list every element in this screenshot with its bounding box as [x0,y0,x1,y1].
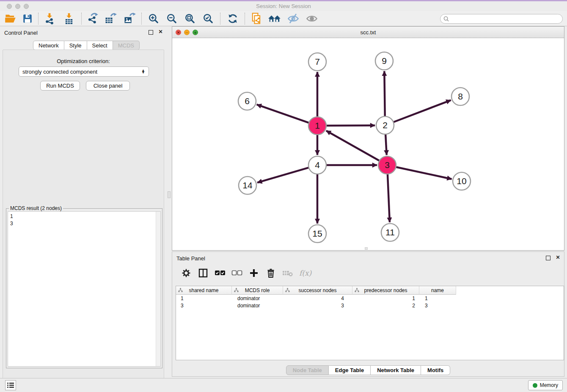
delete-table-icon [282,269,293,277]
graph-edge-3-11[interactable] [388,174,390,222]
toolbar-separator [220,13,220,25]
cell-successor-nodes[interactable]: 4 [283,295,352,302]
tab-network-table[interactable]: Network Table [371,365,421,375]
delete-table-button[interactable] [282,268,293,279]
run-mcds-button[interactable]: Run MCDS [40,81,80,91]
node-table[interactable]: shared name MCDS role successor nodes pr… [176,286,564,360]
cell-name[interactable]: 1 [419,295,456,302]
show-all-button[interactable] [305,12,319,25]
result-scrollbar[interactable] [156,212,160,366]
clone-network-icon [250,12,262,25]
open-folder-icon [5,13,17,24]
canvas-resize-grip[interactable] [365,247,368,250]
plus-icon [249,268,259,278]
tab-mcds[interactable]: MCDS [113,41,140,50]
attribute-icon [234,288,239,293]
graph-node-label-9: 9 [382,56,387,66]
main-toolbar [0,11,567,26]
cell-mcds-role[interactable]: dominator [232,302,283,309]
zoom-selected-button[interactable] [201,12,215,25]
graph-edge-2-9[interactable] [384,71,385,116]
tab-node-table[interactable]: Node Table [286,365,329,375]
table-settings-button[interactable] [181,268,192,279]
table-toolbar: f(x) [176,265,561,282]
column-header-shared-name[interactable]: shared name [176,286,232,295]
delete-column-button[interactable] [265,268,276,279]
search-input[interactable] [451,16,562,22]
search-box[interactable] [440,14,563,24]
optimization-criterion-select[interactable]: strongly connected component ▲▼ [19,66,149,77]
refresh-layout-button[interactable] [226,12,240,25]
float-panel-icon[interactable] [149,30,154,36]
cell-shared-name[interactable]: 1 [176,295,232,302]
tab-style[interactable]: Style [64,41,87,50]
column-header-mcds-role[interactable]: MCDS role [232,286,283,295]
first-neighbors-button[interactable] [267,12,282,25]
column-header-name[interactable]: name [419,286,456,295]
deselect-all-button[interactable] [231,268,242,279]
hide-selected-button[interactable] [286,12,300,25]
eye-slash-icon [287,13,299,24]
table-panel: Table Panel ✕ [172,251,564,377]
import-table-button[interactable] [62,12,76,25]
table-row[interactable]: 1 dominator 4 1 1 [176,295,564,302]
tab-select[interactable]: Select [87,41,113,50]
panel-splitter[interactable] [167,26,172,378]
close-panel-button[interactable]: Close panel [86,81,130,91]
zoom-selected-icon [203,13,214,24]
mcds-result-text[interactable]: 1 3 [8,211,161,367]
cell-name[interactable]: 3 [419,302,456,309]
graph-node-label-4: 4 [315,160,320,170]
import-network-icon [44,13,55,25]
export-network-button[interactable] [85,12,100,25]
graph-edge-3-1[interactable] [326,131,380,161]
close-panel-icon[interactable]: ✕ [158,29,163,35]
show-columns-button[interactable] [198,268,209,279]
close-table-panel-icon[interactable]: ✕ [555,255,561,260]
clone-network-button[interactable] [249,12,264,25]
network-canvas[interactable]: 1234678910111415 [172,38,564,250]
graph-node-label-11: 11 [385,227,395,237]
splitter-handle[interactable] [168,191,171,198]
save-session-button[interactable] [20,12,35,25]
function-builder-label[interactable]: f(x) [299,269,311,277]
tab-edge-table[interactable]: Edge Table [329,365,371,375]
cell-successor-nodes[interactable]: 3 [283,302,352,309]
window-title: Session: New Session [0,3,567,9]
float-table-panel-icon[interactable] [546,256,551,261]
zoom-fit-button[interactable] [183,12,197,25]
zoom-in-icon [148,13,159,24]
mcds-result-title: MCDS result (2 nodes) [9,205,63,211]
add-column-button[interactable] [248,268,259,279]
graph-edge-3-10[interactable] [396,167,452,179]
open-session-button[interactable] [3,12,18,25]
column-header-successor-nodes[interactable]: successor nodes [283,286,352,295]
column-header-predecessor-nodes[interactable]: predecessor nodes [352,286,419,295]
cell-predecessor-nodes[interactable]: 1 [352,295,419,302]
graph-edge-1-6[interactable] [257,105,309,123]
export-image-button[interactable] [122,12,137,25]
select-all-button[interactable] [215,268,226,279]
cell-predecessor-nodes[interactable]: 2 [352,302,419,309]
zoom-out-button[interactable] [165,12,179,25]
import-network-button[interactable] [42,12,57,25]
tab-motifs[interactable]: Motifs [421,365,450,375]
graph-edge-1-2[interactable] [326,125,375,126]
cell-mcds-role[interactable]: dominator [232,295,283,302]
memory-button[interactable]: Memory [528,380,563,390]
network-window-titlebar[interactable]: ✕ ─ ＋ scc.txt [172,27,564,38]
table-row[interactable]: 3 dominator 3 2 3 [176,302,564,309]
tab-network[interactable]: Network [33,41,64,50]
export-table-button[interactable] [103,12,118,25]
graph-edge-2-8[interactable] [394,100,451,122]
result-line: 1 [10,213,158,220]
cytoscape-window: Session: New Session [0,0,567,392]
zoom-in-button[interactable] [146,12,161,25]
task-history-button[interactable] [5,380,16,390]
cell-shared-name[interactable]: 3 [176,302,232,309]
graph-edge-2-3[interactable] [385,134,387,155]
checked-boxes-icon [215,270,226,276]
graph-edge-4-14[interactable] [257,168,309,182]
graph-node-label-3: 3 [385,160,390,170]
network-graph[interactable]: 1234678910111415 [172,38,564,250]
